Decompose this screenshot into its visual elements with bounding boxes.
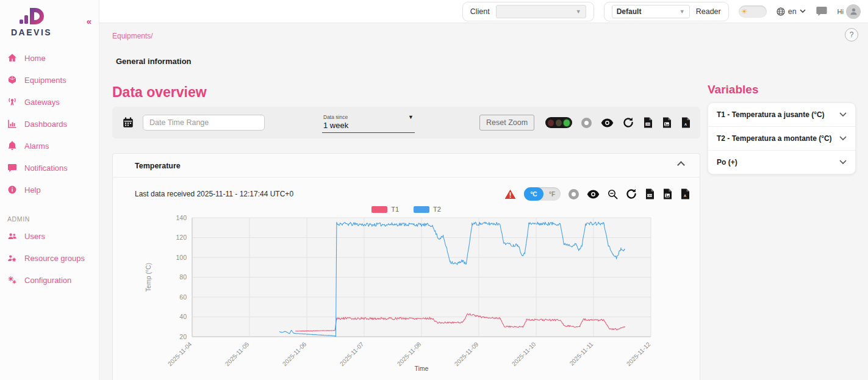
person-icon	[849, 7, 858, 16]
profile-select[interactable]: Default ▼	[612, 5, 690, 18]
reset-zoom-button[interactable]: Reset Zoom	[479, 115, 534, 131]
svg-text:A: A	[684, 123, 687, 126]
x-tick-label: 2025-11-07	[339, 340, 365, 367]
x-tick-label: 2025-11-11	[569, 340, 595, 367]
unit-celsius[interactable]: °C	[524, 187, 543, 201]
sidebar: DAEVIS « Home Equipments Gateways Dashbo…	[0, 0, 99, 380]
filter-bar: Data since 1 week ▼ Reset Zoom CSV	[112, 107, 700, 138]
export-csv-button[interactable]: CSV	[645, 188, 655, 199]
data-since-select[interactable]: Data since 1 week ▼	[322, 113, 415, 133]
svg-text:A: A	[684, 194, 686, 198]
calendar-icon[interactable]	[122, 117, 134, 129]
sidebar-item-gateways[interactable]: Gateways	[0, 91, 99, 113]
last-data-label: Last data received 2025-11-11 - 12:17:44…	[135, 190, 293, 198]
y-tick-label: 100	[176, 254, 187, 261]
svg-text:CSV: CSV	[647, 194, 653, 197]
export-csv-button[interactable]: CSV	[643, 117, 653, 128]
eye-icon	[587, 190, 600, 199]
sidebar-item-dashboards[interactable]: Dashboards	[0, 113, 99, 135]
unit-fahrenheit[interactable]: °F	[543, 191, 561, 198]
variable-row-po[interactable]: Po (+)	[708, 151, 855, 174]
traffic-light-toggle[interactable]	[545, 117, 572, 128]
legend-item-t1[interactable]: T1	[371, 206, 399, 213]
avatar[interactable]	[846, 4, 861, 19]
sidebar-nav: Home Equipments Gateways Dashboards Alar…	[0, 47, 99, 291]
variable-label: Po (+)	[717, 158, 737, 167]
warning-icon[interactable]	[504, 189, 516, 199]
sidebar-item-alarms[interactable]: Alarms	[0, 135, 99, 157]
sidebar-collapse-icon[interactable]: «	[87, 16, 91, 26]
refresh-icon	[626, 188, 637, 199]
legend-item-t2[interactable]: T2	[414, 206, 441, 213]
refresh-button[interactable]	[626, 188, 637, 199]
help-button[interactable]: ?	[845, 28, 858, 41]
temperature-card: Temperature Last data received 2025-11-1…	[112, 153, 700, 380]
client-group: Client ▼	[462, 2, 594, 21]
daevis-logo-icon	[18, 6, 45, 27]
brand-name: DAEVIS	[11, 27, 52, 37]
export-pdf-button[interactable]: A	[681, 117, 690, 128]
eye-icon	[601, 118, 614, 127]
variable-label: T2 - Temperatura a montante (°C)	[717, 134, 832, 143]
logo-row: DAEVIS «	[0, 0, 99, 38]
dropdown-arrow-icon: ▼	[408, 114, 414, 120]
chevron-down-icon	[839, 160, 847, 165]
x-tick-label: 2025-11-08	[396, 340, 423, 367]
refresh-icon	[623, 117, 634, 128]
greeting-label: Hi	[838, 8, 844, 15]
brand-logo[interactable]: DAEVIS	[11, 6, 52, 37]
sidebar-item-notifications[interactable]: Notifications	[0, 157, 99, 179]
role-label: Reader	[696, 7, 721, 16]
sidebar-item-label: Home	[24, 54, 46, 63]
sidebar-item-users[interactable]: Users	[0, 225, 99, 247]
language-selector[interactable]: en	[777, 7, 806, 16]
antenna-icon	[7, 97, 17, 107]
export-pdf-button[interactable]: A	[680, 188, 690, 199]
message-icon	[7, 163, 17, 173]
export-image-button[interactable]	[662, 117, 672, 128]
record-icon[interactable]	[569, 189, 579, 199]
theme-toggle[interactable]: ☀	[739, 5, 767, 18]
sidebar-item-configuration[interactable]: Configuration	[0, 269, 99, 291]
csv-file-icon: CSV	[645, 188, 655, 199]
variable-row-t1[interactable]: T1 - Temperatura a jusante (°C)	[708, 103, 855, 127]
chevron-down-icon	[839, 136, 847, 141]
image-file-icon	[662, 188, 672, 199]
x-tick-label: 2025-11-12	[625, 340, 652, 367]
y-axis-title: Temp (°C)	[145, 263, 152, 292]
sidebar-item-label: Configuration	[24, 276, 71, 285]
breadcrumb[interactable]: Equipments/	[112, 32, 153, 40]
filter-toolbar: CSV A	[545, 117, 690, 128]
sidebar-item-help[interactable]: Help	[0, 179, 99, 201]
language-code: en	[788, 7, 797, 16]
record-icon[interactable]	[581, 118, 592, 128]
sidebar-item-resource-groups[interactable]: Resource groups	[0, 247, 99, 269]
legend-swatch-t1	[371, 206, 387, 213]
bar-chart-icon	[7, 119, 17, 129]
resource-groups-icon	[7, 253, 17, 263]
legend-label: T1	[391, 206, 399, 213]
x-tick-label: 2025-11-10	[511, 340, 537, 367]
zoom-out-button[interactable]	[608, 189, 618, 199]
temperature-chart[interactable]: 204060801001201402025-11-042025-11-05202…	[130, 214, 682, 374]
sidebar-item-home[interactable]: Home	[0, 47, 99, 69]
profile-select-value: Default	[617, 7, 642, 16]
sidebar-item-equipments[interactable]: Equipments	[0, 69, 99, 91]
client-label: Client	[470, 7, 490, 16]
unit-toggle[interactable]: °C °F	[524, 187, 561, 201]
chat-button[interactable]	[816, 5, 828, 17]
visibility-button[interactable]	[601, 118, 614, 127]
pdf-file-icon: A	[680, 188, 690, 199]
variable-row-t2[interactable]: T2 - Temperatura a montante (°C)	[708, 127, 855, 151]
collapse-card-icon[interactable]	[677, 161, 685, 169]
date-time-range-input[interactable]	[143, 115, 265, 131]
globe-icon	[777, 7, 785, 16]
refresh-button[interactable]	[623, 117, 634, 128]
client-select[interactable]: ▼	[496, 5, 586, 18]
info-icon	[7, 185, 17, 195]
export-image-button[interactable]	[662, 188, 672, 199]
visibility-button[interactable]	[587, 190, 600, 199]
chat-icon	[816, 5, 828, 17]
y-tick-label: 120	[176, 234, 187, 241]
chevron-down-icon	[800, 9, 806, 13]
